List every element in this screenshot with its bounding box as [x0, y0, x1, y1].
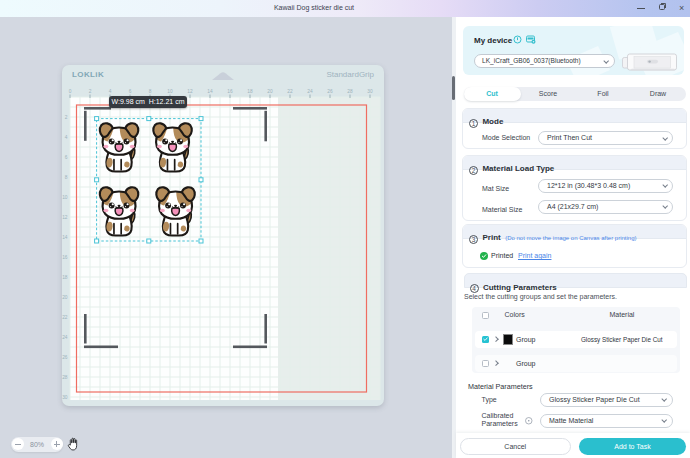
svg-text:20: 20 [62, 295, 68, 300]
svg-text:14: 14 [207, 89, 213, 94]
svg-text:18: 18 [62, 275, 68, 280]
svg-text:28: 28 [62, 375, 68, 380]
svg-text:22: 22 [62, 315, 68, 320]
svg-text:26: 26 [62, 355, 68, 360]
svg-text:22: 22 [287, 89, 293, 94]
svg-text:6: 6 [65, 155, 68, 160]
svg-text:18: 18 [247, 89, 253, 94]
svg-text:28: 28 [347, 89, 353, 94]
svg-text:12: 12 [62, 215, 68, 220]
svg-text:8: 8 [65, 175, 68, 180]
svg-text:14: 14 [62, 235, 68, 240]
svg-text:4: 4 [109, 89, 112, 94]
svg-text:0: 0 [69, 89, 72, 94]
svg-text:20: 20 [267, 89, 273, 94]
svg-text:2: 2 [89, 89, 92, 94]
svg-text:12: 12 [187, 89, 193, 94]
svg-text:30: 30 [367, 89, 373, 94]
svg-text:30: 30 [62, 395, 68, 400]
svg-text:10: 10 [62, 195, 68, 200]
svg-text:26: 26 [327, 89, 333, 94]
svg-text:6: 6 [129, 89, 132, 94]
svg-text:16: 16 [62, 255, 68, 260]
svg-text:10: 10 [167, 89, 173, 94]
svg-text:24: 24 [62, 335, 68, 340]
svg-text:8: 8 [149, 89, 152, 94]
svg-text:16: 16 [227, 89, 233, 94]
svg-text:2: 2 [65, 115, 68, 120]
svg-text:24: 24 [307, 89, 313, 94]
svg-text:4: 4 [65, 135, 68, 140]
